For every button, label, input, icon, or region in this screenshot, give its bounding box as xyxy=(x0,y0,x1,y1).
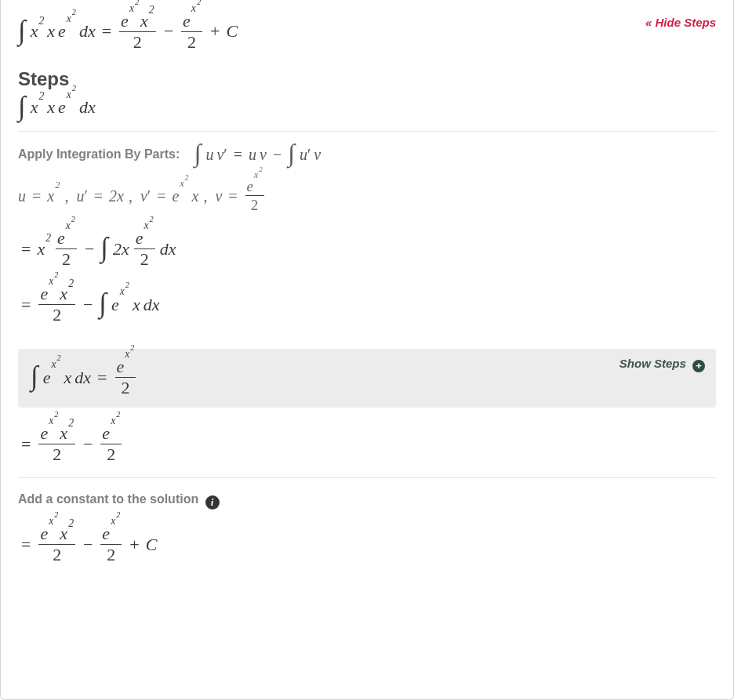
sub-integral: ∫ ex2 xdx = ex2 2 xyxy=(31,358,703,397)
step-combined: = ex2 x2 2 − ex2 2 xyxy=(18,425,716,463)
integral-sign: ∫ xyxy=(31,368,40,384)
step-add-constant: Add a constant to the solution i xyxy=(18,492,716,510)
step-apply-by-parts: Apply Integration By Parts: ∫ uv = uv − … xyxy=(18,146,716,163)
uv-assignments: u= x2 , u= 2x , v= ex2 x , v= ex2 2 xyxy=(18,179,716,212)
plus-circle-icon: + xyxy=(692,360,705,372)
info-icon[interactable]: i xyxy=(205,495,220,510)
integral-sign: ∫ xyxy=(18,98,27,114)
integral-sign: ∫ xyxy=(100,239,110,256)
by-parts-rule: ∫ uv = uv − ∫ uv xyxy=(194,146,322,163)
step-expand-2: = ex2 x2 2 − ∫ ex2 xdx xyxy=(18,285,716,324)
integral-sign: ∫ xyxy=(194,146,203,161)
step-label: Apply Integration By Parts: xyxy=(18,147,180,161)
integral-sign: ∫ xyxy=(99,295,108,311)
step-final: = ex2 x2 2 − ex2 2 + C xyxy=(18,525,716,564)
steps-heading: Steps xyxy=(18,68,716,90)
equation-problem-full: ∫ x2 x ex2 dx = ex2 x2 2 − ex2 2 + C xyxy=(18,13,716,51)
equation-problem: ∫ x2 x ex2 dx xyxy=(18,98,716,117)
show-steps-link[interactable]: Show Steps + xyxy=(620,357,705,372)
integral-sign: ∫ xyxy=(18,22,27,38)
integral-sign: ∫ xyxy=(288,146,296,161)
step-label: Add a constant to the solution xyxy=(18,492,198,506)
divider xyxy=(18,477,716,478)
hide-steps-link[interactable]: « Hide Steps xyxy=(645,16,716,29)
step-expand-1: = x2 ex2 2 − ∫ 2x ex2 2 dx xyxy=(18,230,716,268)
sub-step-panel: Show Steps + ∫ ex2 xdx = ex2 2 xyxy=(18,349,716,408)
solution-card: « Hide Steps ∫ x2 x ex2 dx = ex2 x2 2 − … xyxy=(0,0,734,700)
show-steps-label: Show Steps xyxy=(620,357,686,370)
divider xyxy=(18,131,716,132)
